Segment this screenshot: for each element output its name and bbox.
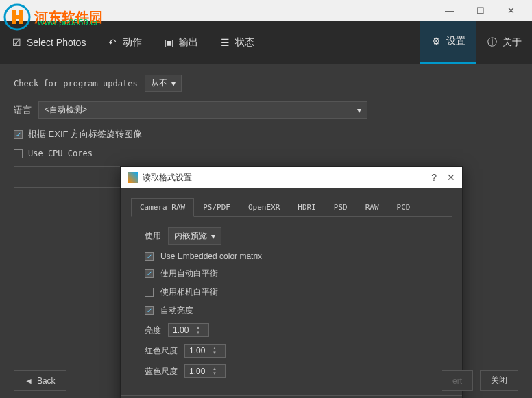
- spinner-down-icon[interactable]: ▼: [213, 351, 221, 356]
- camera-wb-label: 使用相机白平衡: [160, 286, 218, 298]
- use-dropdown[interactable]: 内嵌预览 ▾: [168, 227, 221, 245]
- chevron-down-icon: ▾: [211, 232, 215, 241]
- info-icon: ⓘ: [486, 36, 498, 49]
- dialog-titlebar: 读取格式设置 ? ✕: [121, 167, 462, 188]
- check-updates-label: Check for program updates: [14, 79, 138, 88]
- check-updates-dropdown[interactable]: 从不 ▾: [145, 75, 182, 92]
- close-app-button[interactable]: 关闭: [480, 370, 518, 391]
- dropdown-value: <自动检测>: [45, 104, 87, 116]
- dropdown-value: 内嵌预览: [174, 230, 207, 242]
- back-label: Back: [37, 376, 56, 386]
- tab-label: 输出: [179, 36, 198, 49]
- language-dropdown[interactable]: <自动检测> ▾: [38, 101, 367, 119]
- read-format-dialog: 读取格式设置 ? ✕ Camera RAW PS/PDF OpenEXR HDR…: [120, 166, 463, 398]
- tab-settings[interactable]: ⚙ 设置: [420, 21, 476, 64]
- tab-ps-pdf[interactable]: PS/PDF: [194, 198, 239, 216]
- undo-icon: ↶: [106, 36, 119, 49]
- tab-openexr[interactable]: OpenEXR: [239, 198, 289, 216]
- tab-psd[interactable]: PSD: [325, 198, 356, 216]
- tab-label: 状态: [235, 36, 254, 49]
- minimize-button[interactable]: —: [434, 0, 465, 21]
- camera-wb-checkbox[interactable]: [145, 288, 154, 297]
- spinner-value: 1.00: [173, 325, 189, 335]
- auto-wb-checkbox[interactable]: [145, 269, 154, 278]
- tab-select-photos[interactable]: ☑ Select Photos: [0, 21, 96, 64]
- tab-raw[interactable]: RAW: [356, 198, 388, 216]
- back-button[interactable]: ◄ Back: [14, 370, 66, 391]
- brightness-label: 亮度: [145, 325, 161, 336]
- dialog-close-button[interactable]: ✕: [447, 172, 455, 183]
- chevron-down-icon: ▾: [171, 79, 176, 88]
- dialog-icon: [128, 172, 138, 183]
- embedded-color-label: Use Embedded color matrix: [160, 251, 262, 261]
- auto-wb-label: 使用自动白平衡: [160, 268, 218, 279]
- format-tabs: Camera RAW PS/PDF OpenEXR HDRI PSD RAW P…: [131, 198, 452, 217]
- dialog-help-button[interactable]: ?: [431, 172, 437, 183]
- convert-button[interactable]: ert: [442, 370, 473, 391]
- brightness-spinner[interactable]: 1.00 ▲▼: [168, 323, 209, 337]
- tab-action[interactable]: ↶ 动作: [96, 21, 152, 64]
- window-titlebar: — ☐ ✕: [0, 0, 532, 21]
- language-label: 语言: [14, 104, 32, 116]
- list-icon: ☰: [219, 36, 231, 49]
- tab-pcd[interactable]: PCD: [388, 198, 420, 216]
- cpu-cores-label: Use CPU Cores: [28, 149, 93, 158]
- rotate-exif-checkbox[interactable]: [14, 130, 23, 139]
- spinner-value: 1.00: [189, 346, 205, 356]
- tab-label: Select Photos: [27, 37, 86, 48]
- tab-label: 动作: [123, 36, 142, 49]
- red-scale-label: 红色尺度: [145, 345, 178, 357]
- maximize-button[interactable]: ☐: [465, 0, 496, 21]
- tab-label: 设置: [446, 35, 466, 47]
- spinner-up-icon[interactable]: ▲: [196, 325, 204, 330]
- red-scale-spinner[interactable]: 1.00 ▲▼: [184, 344, 226, 358]
- close-button[interactable]: ✕: [496, 0, 527, 21]
- tab-label: 关于: [503, 36, 522, 49]
- tab-output[interactable]: ▣ 输出: [152, 21, 208, 64]
- main-toolbar: ☑ Select Photos ↶ 动作 ▣ 输出 ☰ 状态 ⚙ 设置 ⓘ 关于: [0, 21, 532, 64]
- auto-brightness-label: 自动亮度: [160, 305, 193, 316]
- arrow-right-icon: ▣: [162, 36, 175, 49]
- spinner-up-icon[interactable]: ▲: [213, 346, 221, 351]
- chevron-down-icon: ▾: [357, 105, 361, 115]
- arrow-left-icon: ◄: [25, 376, 33, 386]
- spinner-down-icon[interactable]: ▼: [196, 330, 204, 335]
- dropdown-value: 从不: [151, 77, 167, 89]
- tab-status[interactable]: ☰ 状态: [208, 21, 265, 64]
- cpu-cores-checkbox[interactable]: [14, 149, 23, 158]
- embedded-color-checkbox[interactable]: [145, 252, 154, 261]
- auto-brightness-checkbox[interactable]: [145, 306, 154, 315]
- rotate-exif-label: 根据 EXIF 方向标签旋转图像: [28, 128, 142, 140]
- gear-icon: ⚙: [430, 35, 442, 47]
- tab-about[interactable]: ⓘ 关于: [476, 21, 532, 64]
- tab-hdri[interactable]: HDRI: [289, 198, 325, 216]
- dialog-title: 读取格式设置: [143, 172, 192, 184]
- tab-camera-raw[interactable]: Camera RAW: [131, 198, 194, 217]
- checkbox-icon: ☑: [10, 36, 23, 49]
- use-label: 使用: [145, 230, 161, 242]
- bottom-bar: ◄ Back ert 关闭: [14, 370, 518, 391]
